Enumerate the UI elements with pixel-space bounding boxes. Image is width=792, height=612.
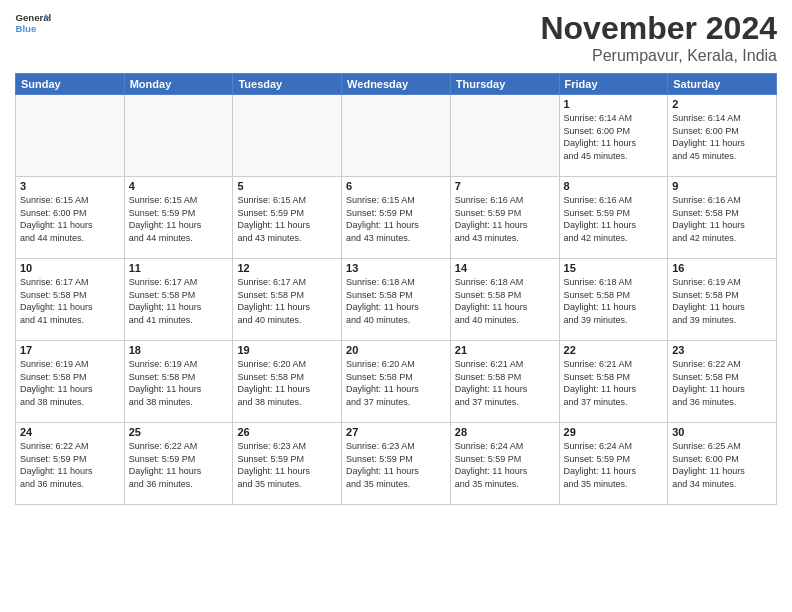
calendar-cell xyxy=(450,95,559,177)
day-number: 24 xyxy=(20,426,120,438)
day-info: Sunrise: 6:22 AM Sunset: 5:59 PM Dayligh… xyxy=(20,440,120,490)
calendar-cell: 11Sunrise: 6:17 AM Sunset: 5:58 PM Dayli… xyxy=(124,259,233,341)
calendar-cell: 7Sunrise: 6:16 AM Sunset: 5:59 PM Daylig… xyxy=(450,177,559,259)
day-info: Sunrise: 6:16 AM Sunset: 5:59 PM Dayligh… xyxy=(564,194,664,244)
calendar-row-4: 24Sunrise: 6:22 AM Sunset: 5:59 PM Dayli… xyxy=(16,423,777,505)
logo: General Blue xyxy=(15,10,51,38)
calendar-cell: 15Sunrise: 6:18 AM Sunset: 5:58 PM Dayli… xyxy=(559,259,668,341)
day-info: Sunrise: 6:18 AM Sunset: 5:58 PM Dayligh… xyxy=(346,276,446,326)
day-info: Sunrise: 6:19 AM Sunset: 5:58 PM Dayligh… xyxy=(672,276,772,326)
day-info: Sunrise: 6:22 AM Sunset: 5:58 PM Dayligh… xyxy=(672,358,772,408)
col-wednesday: Wednesday xyxy=(342,74,451,95)
col-friday: Friday xyxy=(559,74,668,95)
day-number: 5 xyxy=(237,180,337,192)
calendar-cell: 13Sunrise: 6:18 AM Sunset: 5:58 PM Dayli… xyxy=(342,259,451,341)
calendar-cell xyxy=(124,95,233,177)
day-number: 26 xyxy=(237,426,337,438)
day-info: Sunrise: 6:15 AM Sunset: 5:59 PM Dayligh… xyxy=(129,194,229,244)
day-info: Sunrise: 6:15 AM Sunset: 5:59 PM Dayligh… xyxy=(237,194,337,244)
col-thursday: Thursday xyxy=(450,74,559,95)
day-number: 14 xyxy=(455,262,555,274)
day-info: Sunrise: 6:17 AM Sunset: 5:58 PM Dayligh… xyxy=(237,276,337,326)
location-title: Perumpavur, Kerala, India xyxy=(540,47,777,65)
day-number: 15 xyxy=(564,262,664,274)
day-info: Sunrise: 6:22 AM Sunset: 5:59 PM Dayligh… xyxy=(129,440,229,490)
calendar-cell xyxy=(342,95,451,177)
day-number: 11 xyxy=(129,262,229,274)
page: General Blue November 2024 Perumpavur, K… xyxy=(0,0,792,612)
calendar-cell xyxy=(233,95,342,177)
day-info: Sunrise: 6:15 AM Sunset: 5:59 PM Dayligh… xyxy=(346,194,446,244)
calendar-row-3: 17Sunrise: 6:19 AM Sunset: 5:58 PM Dayli… xyxy=(16,341,777,423)
calendar-cell: 8Sunrise: 6:16 AM Sunset: 5:59 PM Daylig… xyxy=(559,177,668,259)
svg-text:Blue: Blue xyxy=(16,23,37,34)
calendar-cell: 29Sunrise: 6:24 AM Sunset: 5:59 PM Dayli… xyxy=(559,423,668,505)
day-info: Sunrise: 6:16 AM Sunset: 5:59 PM Dayligh… xyxy=(455,194,555,244)
calendar-header-row: Sunday Monday Tuesday Wednesday Thursday… xyxy=(16,74,777,95)
calendar-cell: 4Sunrise: 6:15 AM Sunset: 5:59 PM Daylig… xyxy=(124,177,233,259)
col-sunday: Sunday xyxy=(16,74,125,95)
day-number: 25 xyxy=(129,426,229,438)
calendar-cell: 27Sunrise: 6:23 AM Sunset: 5:59 PM Dayli… xyxy=(342,423,451,505)
calendar-cell: 30Sunrise: 6:25 AM Sunset: 6:00 PM Dayli… xyxy=(668,423,777,505)
day-info: Sunrise: 6:24 AM Sunset: 5:59 PM Dayligh… xyxy=(564,440,664,490)
day-number: 19 xyxy=(237,344,337,356)
calendar-cell: 9Sunrise: 6:16 AM Sunset: 5:58 PM Daylig… xyxy=(668,177,777,259)
day-number: 10 xyxy=(20,262,120,274)
day-number: 28 xyxy=(455,426,555,438)
calendar-cell: 26Sunrise: 6:23 AM Sunset: 5:59 PM Dayli… xyxy=(233,423,342,505)
day-number: 21 xyxy=(455,344,555,356)
calendar-cell: 10Sunrise: 6:17 AM Sunset: 5:58 PM Dayli… xyxy=(16,259,125,341)
day-number: 2 xyxy=(672,98,772,110)
day-info: Sunrise: 6:18 AM Sunset: 5:58 PM Dayligh… xyxy=(455,276,555,326)
day-info: Sunrise: 6:19 AM Sunset: 5:58 PM Dayligh… xyxy=(129,358,229,408)
month-title: November 2024 xyxy=(540,10,777,47)
calendar-cell: 3Sunrise: 6:15 AM Sunset: 6:00 PM Daylig… xyxy=(16,177,125,259)
day-info: Sunrise: 6:17 AM Sunset: 5:58 PM Dayligh… xyxy=(129,276,229,326)
day-info: Sunrise: 6:25 AM Sunset: 6:00 PM Dayligh… xyxy=(672,440,772,490)
day-number: 3 xyxy=(20,180,120,192)
calendar-cell: 24Sunrise: 6:22 AM Sunset: 5:59 PM Dayli… xyxy=(16,423,125,505)
calendar-cell: 5Sunrise: 6:15 AM Sunset: 5:59 PM Daylig… xyxy=(233,177,342,259)
day-info: Sunrise: 6:18 AM Sunset: 5:58 PM Dayligh… xyxy=(564,276,664,326)
calendar-cell: 12Sunrise: 6:17 AM Sunset: 5:58 PM Dayli… xyxy=(233,259,342,341)
day-number: 1 xyxy=(564,98,664,110)
day-info: Sunrise: 6:24 AM Sunset: 5:59 PM Dayligh… xyxy=(455,440,555,490)
col-tuesday: Tuesday xyxy=(233,74,342,95)
calendar-cell: 2Sunrise: 6:14 AM Sunset: 6:00 PM Daylig… xyxy=(668,95,777,177)
calendar-cell: 22Sunrise: 6:21 AM Sunset: 5:58 PM Dayli… xyxy=(559,341,668,423)
calendar-cell: 18Sunrise: 6:19 AM Sunset: 5:58 PM Dayli… xyxy=(124,341,233,423)
calendar-cell: 28Sunrise: 6:24 AM Sunset: 5:59 PM Dayli… xyxy=(450,423,559,505)
calendar-cell: 6Sunrise: 6:15 AM Sunset: 5:59 PM Daylig… xyxy=(342,177,451,259)
calendar-cell: 25Sunrise: 6:22 AM Sunset: 5:59 PM Dayli… xyxy=(124,423,233,505)
header: General Blue November 2024 Perumpavur, K… xyxy=(15,10,777,65)
day-info: Sunrise: 6:16 AM Sunset: 5:58 PM Dayligh… xyxy=(672,194,772,244)
calendar-cell: 1Sunrise: 6:14 AM Sunset: 6:00 PM Daylig… xyxy=(559,95,668,177)
day-info: Sunrise: 6:23 AM Sunset: 5:59 PM Dayligh… xyxy=(346,440,446,490)
day-number: 22 xyxy=(564,344,664,356)
day-number: 30 xyxy=(672,426,772,438)
calendar-row-0: 1Sunrise: 6:14 AM Sunset: 6:00 PM Daylig… xyxy=(16,95,777,177)
day-number: 29 xyxy=(564,426,664,438)
calendar-row-1: 3Sunrise: 6:15 AM Sunset: 6:00 PM Daylig… xyxy=(16,177,777,259)
day-number: 12 xyxy=(237,262,337,274)
calendar-row-2: 10Sunrise: 6:17 AM Sunset: 5:58 PM Dayli… xyxy=(16,259,777,341)
day-number: 6 xyxy=(346,180,446,192)
day-info: Sunrise: 6:21 AM Sunset: 5:58 PM Dayligh… xyxy=(564,358,664,408)
day-number: 13 xyxy=(346,262,446,274)
col-monday: Monday xyxy=(124,74,233,95)
calendar-cell: 17Sunrise: 6:19 AM Sunset: 5:58 PM Dayli… xyxy=(16,341,125,423)
day-number: 7 xyxy=(455,180,555,192)
calendar-cell: 21Sunrise: 6:21 AM Sunset: 5:58 PM Dayli… xyxy=(450,341,559,423)
day-number: 4 xyxy=(129,180,229,192)
day-number: 27 xyxy=(346,426,446,438)
title-block: November 2024 Perumpavur, Kerala, India xyxy=(540,10,777,65)
calendar-cell: 14Sunrise: 6:18 AM Sunset: 5:58 PM Dayli… xyxy=(450,259,559,341)
calendar-cell: 20Sunrise: 6:20 AM Sunset: 5:58 PM Dayli… xyxy=(342,341,451,423)
col-saturday: Saturday xyxy=(668,74,777,95)
calendar-cell: 16Sunrise: 6:19 AM Sunset: 5:58 PM Dayli… xyxy=(668,259,777,341)
calendar-cell xyxy=(16,95,125,177)
day-number: 9 xyxy=(672,180,772,192)
logo-icon: General Blue xyxy=(15,10,51,38)
calendar-cell: 19Sunrise: 6:20 AM Sunset: 5:58 PM Dayli… xyxy=(233,341,342,423)
